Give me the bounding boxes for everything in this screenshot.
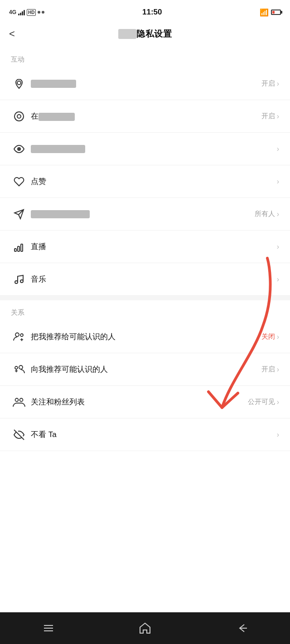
watch-history-label xyxy=(27,144,275,154)
online-status-arrow: › xyxy=(277,112,279,120)
header: < 隐私设置 xyxy=(0,23,290,47)
watch-history-arrow: › xyxy=(277,145,279,153)
menu-item-likes[interactable]: 点赞 › xyxy=(0,165,290,198)
nav-home-button[interactable] xyxy=(127,617,163,639)
network-label: 4G xyxy=(9,9,16,15)
section-divider xyxy=(0,296,290,300)
svg-point-17 xyxy=(20,398,23,401)
signal-bars xyxy=(18,9,25,15)
status-icon xyxy=(11,111,27,122)
private-msg-arrow: › xyxy=(277,210,279,218)
svg-point-4 xyxy=(19,149,19,149)
svg-point-2 xyxy=(17,115,21,118)
status-left: 4G HD xyxy=(9,9,44,16)
follow-fans-value: 公开可见 xyxy=(248,398,275,406)
dots-indicator xyxy=(38,11,44,14)
wifi-icon: 📶 xyxy=(260,8,269,17)
section-label-interaction: 互动 xyxy=(0,47,290,67)
svg-point-11 xyxy=(20,280,23,283)
likes-label: 点赞 xyxy=(27,176,275,187)
menu-item-location[interactable]: 开启 › xyxy=(0,67,290,100)
menu-item-online-status[interactable]: 在 开启 › xyxy=(0,100,290,133)
recommend-out-arrow: › xyxy=(277,333,279,341)
recommend-in-label: 向我推荐可能认识的人 xyxy=(27,364,261,375)
recommend-in-value: 开启 xyxy=(261,365,275,374)
recommend-in-arrow: › xyxy=(277,365,279,374)
section-label-relation: 关系 xyxy=(0,300,290,321)
svg-point-13 xyxy=(20,334,23,336)
follow-fans-arrow: › xyxy=(277,398,279,406)
music-arrow: › xyxy=(277,275,279,284)
private-msg-label xyxy=(27,210,255,219)
recommend-out-label: 把我推荐给可能认识的人 xyxy=(27,332,261,342)
menu-item-live[interactable]: 直播 › xyxy=(0,231,290,263)
menu-item-not-see[interactable]: 不看 Ta › xyxy=(0,418,290,451)
location-icon xyxy=(11,78,27,89)
recommend-out-value: 关闭 xyxy=(261,332,275,341)
private-msg-value: 所有人 xyxy=(255,210,275,218)
recommend-out-icon xyxy=(11,331,27,343)
svg-point-12 xyxy=(15,333,19,336)
status-time: 11:50 xyxy=(142,8,162,17)
back-button[interactable]: < xyxy=(9,28,15,40)
location-value: 开启 xyxy=(261,79,275,88)
menu-item-recommend-in[interactable]: 向我推荐可能认识的人 开启 › xyxy=(0,353,290,386)
battery-icon xyxy=(271,10,281,15)
bottom-nav xyxy=(0,612,290,644)
location-label xyxy=(27,79,261,88)
status-bar: 4G HD 11:50 📶 xyxy=(0,0,290,23)
nav-menu-button[interactable] xyxy=(30,617,67,639)
svg-point-0 xyxy=(17,81,21,85)
hd-badge: HD xyxy=(27,9,36,16)
title-blurred xyxy=(118,29,136,39)
live-arrow: › xyxy=(277,243,279,251)
svg-point-10 xyxy=(15,281,18,284)
svg-point-14 xyxy=(19,365,23,369)
online-status-label: 在 xyxy=(27,111,261,121)
follow-fans-icon xyxy=(11,396,27,409)
menu-item-private-msg[interactable]: 所有人 › xyxy=(0,198,290,231)
not-see-label: 不看 Ta xyxy=(27,429,275,440)
send-icon xyxy=(11,209,27,220)
likes-arrow: › xyxy=(277,178,279,186)
status-right: 📶 xyxy=(260,8,281,17)
live-label: 直播 xyxy=(27,241,275,252)
svg-point-16 xyxy=(15,398,19,401)
svg-point-1 xyxy=(14,112,24,121)
music-label: 音乐 xyxy=(27,274,275,284)
menu-item-watch-history[interactable]: › xyxy=(0,133,290,165)
online-status-value: 开启 xyxy=(261,112,275,120)
live-icon xyxy=(11,241,27,252)
location-arrow: › xyxy=(277,80,279,88)
like-icon xyxy=(11,176,27,187)
recommend-in-icon xyxy=(11,363,27,376)
nav-back-button[interactable] xyxy=(223,617,260,639)
page-title: 隐私设置 xyxy=(118,28,172,40)
svg-rect-8 xyxy=(18,246,19,251)
menu-item-recommend-out[interactable]: 把我推荐给可能认识的人 关闭 › xyxy=(0,321,290,353)
follow-fans-label: 关注和粉丝列表 xyxy=(27,397,248,407)
svg-rect-9 xyxy=(21,244,23,251)
svg-point-15 xyxy=(15,366,18,369)
not-see-arrow: › xyxy=(277,431,279,439)
menu-item-music[interactable]: 音乐 › xyxy=(0,263,290,296)
menu-item-follow-fans[interactable]: 关注和粉丝列表 公开可见 › xyxy=(0,386,290,418)
svg-rect-7 xyxy=(14,249,16,251)
not-see-icon xyxy=(11,429,27,440)
eye-icon xyxy=(11,144,27,154)
music-icon xyxy=(11,274,27,285)
